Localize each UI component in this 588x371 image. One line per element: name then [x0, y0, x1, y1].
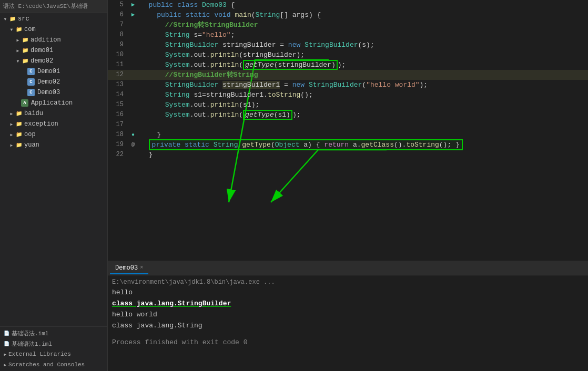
folder-icon: 📁 [15, 141, 23, 149]
class-icon: C [27, 68, 35, 75]
sidebar-item-label: demo01 [31, 47, 53, 54]
code-line-15: 15 System.out.println(s1); [108, 100, 588, 110]
line-gutter [128, 20, 138, 30]
code-content: String s1=stringBuilder1.toString(); [138, 90, 588, 100]
terminal-path: E:\environment\java\jdk1.8\bin\java.exe … [112, 277, 584, 287]
code-line-12: 12 //StringBuilder转String [108, 70, 588, 80]
line-number: 14 [108, 90, 128, 100]
sidebar-item-label: yuan [24, 141, 39, 149]
sidebar-item-label: exception [24, 120, 58, 128]
sidebar-item-com[interactable]: 📁 com [0, 24, 107, 35]
sidebar-item-label: demo02 [31, 57, 53, 65]
sidebar-item-label: baidu [24, 110, 43, 117]
line-gutter [128, 70, 138, 80]
line-gutter: ● [128, 130, 138, 140]
sidebar-item-label: src [18, 15, 29, 23]
code-line-22: 22 } [108, 150, 588, 160]
code-line-11: 11 System.out.println(getType(stringBuil… [108, 60, 588, 70]
app-icon: A [21, 99, 28, 107]
chevron-icon [8, 26, 15, 33]
chevron-icon [8, 121, 15, 127]
line-gutter [128, 110, 138, 120]
chevron-icon [8, 110, 15, 117]
line-gutter [128, 30, 138, 40]
sidebar: 语法 E:\code\JavaSE\基础语 📁 src 📁 com 📁 addi… [0, 0, 108, 371]
sidebar-item-Demo03[interactable]: C Demo03 [0, 87, 107, 98]
folder-icon: 📁 [21, 36, 29, 44]
chevron-icon [15, 47, 21, 54]
terminal-tab-demo03[interactable]: Demo03 × [110, 263, 148, 274]
sidebar-iml1[interactable]: 📄 基础语法.iml [2, 328, 105, 338]
sidebar-item-Demo02[interactable]: C Demo02 [0, 77, 107, 87]
chevron-icon [15, 58, 21, 64]
line-number: 5 [108, 0, 128, 10]
sidebar-item-src[interactable]: 📁 src [0, 14, 107, 24]
code-content: private static String getType(Object a) … [138, 140, 588, 150]
iml-icon: 📄 [2, 329, 11, 337]
sidebar-item-demo01[interactable]: 📁 demo01 [0, 45, 107, 56]
code-content: StringBuilder stringBuilder1 = new Strin… [138, 80, 588, 90]
line-number: 10 [108, 50, 128, 60]
sidebar-bottom: 📄 基础语法.iml 📄 基础语法1.iml External Librarie… [0, 326, 107, 371]
chevron-icon [8, 142, 15, 148]
iml2-label: 基础语法1.iml [12, 340, 52, 348]
sidebar-item-exception[interactable]: 📁 exception [0, 119, 107, 129]
line-gutter: ▶ [128, 0, 138, 10]
code-content: } [138, 130, 588, 140]
line-gutter [128, 90, 138, 100]
sidebar-item-label: oop [24, 131, 36, 138]
class-icon: C [27, 89, 35, 96]
sidebar-header: 语法 E:\code\JavaSE\基础语 [0, 0, 107, 13]
line-gutter: ▶ [128, 10, 138, 20]
line-number: 7 [108, 20, 128, 30]
code-line-14: 14 String s1=stringBuilder1.toString(); [108, 90, 588, 100]
sidebar-item-label: Demo03 [37, 89, 60, 96]
sidebar-iml2[interactable]: 📄 基础语法1.iml [2, 338, 105, 349]
terminal-line-string: class java.lang.String [112, 321, 584, 332]
sidebar-item-yuan[interactable]: 📁 yuan [0, 140, 107, 150]
sidebar-item-label: com [24, 26, 36, 33]
folder-icon: 📁 [8, 15, 17, 23]
highlight-method-def: private static String getType(Object a) … [149, 139, 463, 150]
code-line-6: 6 ▶ public static void main(String[] arg… [108, 10, 588, 20]
terminal-area: Demo03 × E:\environment\java\jdk1.8\bin\… [108, 261, 588, 371]
sidebar-scratches[interactable]: Scratches and Consoles [2, 359, 105, 370]
sidebar-item-label: addition [31, 36, 61, 44]
sidebar-item-Demo01[interactable]: C Demo01 [0, 66, 107, 77]
terminal-tab-close[interactable]: × [140, 265, 143, 271]
folder-icon: 📁 [21, 46, 29, 55]
line-number: 15 [108, 100, 128, 110]
line-number: 12 [108, 70, 128, 80]
chevron-icon [2, 16, 8, 22]
sidebar-item-demo02[interactable]: 📁 demo02 [0, 56, 107, 66]
line-gutter [128, 150, 138, 160]
terminal-tabs: Demo03 × [108, 262, 588, 275]
code-content: public class Demo03 { [138, 0, 588, 10]
line-gutter [128, 50, 138, 60]
code-content: StringBuilder stringBuilder = new String… [138, 40, 588, 50]
terminal-line-hello: hello [112, 287, 584, 298]
code-line-7: 7 //String转StringBuilder [108, 20, 588, 30]
sidebar-item-oop[interactable]: 📁 oop [0, 129, 107, 140]
code-line-5: 5 ▶ public class Demo03 { [108, 0, 588, 10]
code-line-13: 13 StringBuilder stringBuilder1 = new St… [108, 80, 588, 90]
sidebar-item-application[interactable]: A Application [0, 98, 107, 108]
code-line-9: 9 StringBuilder stringBuilder = new Stri… [108, 40, 588, 50]
sidebar-item-addition[interactable]: 📁 addition [0, 35, 107, 45]
code-content: System.out.println(s1); [138, 100, 588, 110]
code-editor[interactable]: 5 ▶ public class Demo03 { 6 ▶ public sta… [108, 0, 588, 261]
sidebar-ext-libs[interactable]: External Libraries [2, 349, 105, 359]
sidebar-item-baidu[interactable]: 📁 baidu [0, 108, 107, 119]
highlight-gettype-s1: getType(s1) [243, 110, 292, 120]
terminal-line-stringbuilder: class java.lang.StringBuilder [112, 298, 584, 310]
line-gutter: @ [128, 140, 138, 150]
chevron-icon [2, 362, 8, 368]
sidebar-item-label: Application [31, 99, 73, 107]
line-number: 8 [108, 30, 128, 40]
ext-libs-label: External Libraries [8, 351, 71, 357]
code-content: } [138, 150, 588, 160]
code-line-19: 19 @ private static String getType(Objec… [108, 140, 588, 150]
line-number: 18 [108, 130, 128, 140]
terminal-exit-msg: Process finished with exit code 0 [112, 337, 584, 348]
code-content: //String转StringBuilder [138, 20, 588, 30]
